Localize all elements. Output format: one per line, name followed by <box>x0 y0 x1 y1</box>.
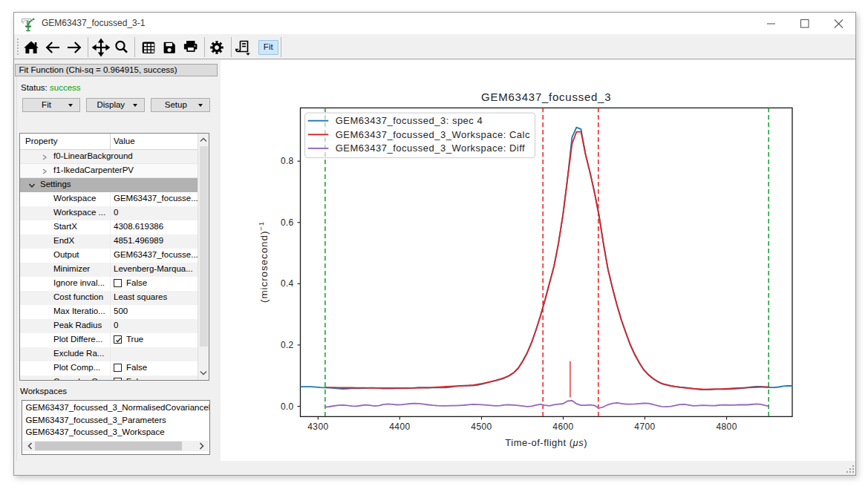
svg-text:0.2: 0.2 <box>281 340 294 350</box>
svg-text:0.8: 0.8 <box>281 156 294 166</box>
svg-text:GEM63437_focussed_3_Workspace:: GEM63437_focussed_3_Workspace: Diff <box>336 142 526 154</box>
svg-text:4300: 4300 <box>307 422 328 432</box>
svg-text:4500: 4500 <box>471 422 492 432</box>
svg-text:Time-of-flight (μs): Time-of-flight (μs) <box>505 437 587 448</box>
svg-text:GEM63437_focussed_3_Workspace:: GEM63437_focussed_3_Workspace: Calc <box>336 129 530 140</box>
svg-text:4600: 4600 <box>552 422 573 432</box>
svg-text:(microsecond)−1: (microsecond)−1 <box>257 221 270 303</box>
svg-text:GEM63437_focussed_3: spec 4: GEM63437_focussed_3: spec 4 <box>336 115 483 126</box>
svg-text:4800: 4800 <box>716 422 737 432</box>
svg-text:0.0: 0.0 <box>281 401 294 412</box>
svg-text:GEM63437_focussed_3: GEM63437_focussed_3 <box>481 91 611 103</box>
svg-text:0.4: 0.4 <box>281 278 294 289</box>
svg-text:4400: 4400 <box>389 422 410 432</box>
svg-text:4700: 4700 <box>634 422 655 432</box>
svg-text:0.6: 0.6 <box>281 217 294 228</box>
